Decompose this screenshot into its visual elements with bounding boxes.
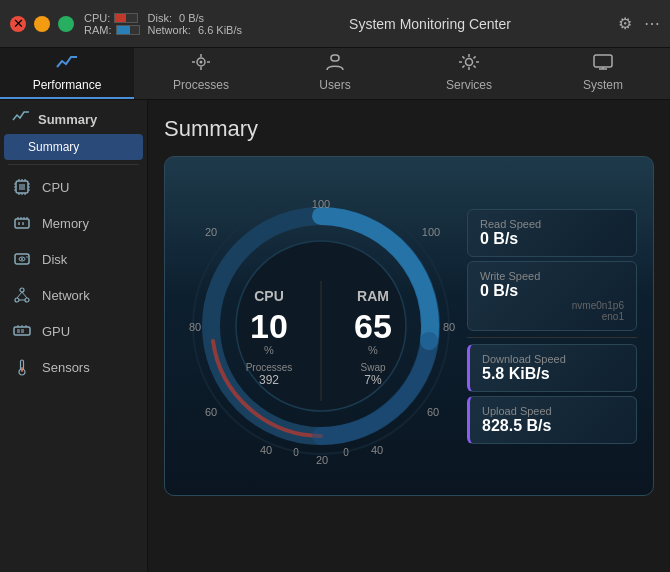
sidebar-gpu-label: GPU: [42, 324, 70, 339]
sidebar-sensors-label: Sensors: [42, 360, 90, 375]
device-name: nvme0n1p6: [480, 300, 624, 311]
svg-point-34: [21, 258, 23, 260]
memory-nav-icon: [12, 213, 32, 233]
network-label: Network:: [148, 24, 191, 36]
svg-rect-6: [331, 55, 339, 61]
ram-bar: [116, 25, 140, 35]
titlebar-actions: ⚙ ⋯: [618, 14, 660, 33]
sidebar: Summary Summary CPU Memory Disk: [0, 100, 148, 572]
upload-speed-value: 828.5 B/s: [482, 417, 624, 435]
cpu-ram-info: CPU: RAM:: [84, 12, 140, 36]
sidebar-summary-label: Summary: [28, 140, 79, 154]
svg-text:392: 392: [259, 373, 279, 387]
tab-performance[interactable]: Performance: [0, 48, 134, 99]
sidebar-item-network[interactable]: Network: [0, 277, 147, 313]
upload-speed-card: Upload Speed 828.5 B/s: [467, 396, 637, 444]
cpu-label: CPU:: [84, 12, 110, 24]
svg-text:65: 65: [354, 307, 392, 345]
nav-tabs: Performance Processes Users Services Sys…: [0, 48, 670, 100]
sidebar-item-cpu[interactable]: CPU: [0, 169, 147, 205]
sidebar-cpu-label: CPU: [42, 180, 69, 195]
tab-system-label: System: [583, 78, 623, 92]
tab-services[interactable]: Services: [402, 48, 536, 99]
sidebar-item-memory[interactable]: Memory: [0, 205, 147, 241]
svg-point-1: [200, 61, 203, 64]
svg-text:100: 100: [422, 226, 440, 238]
read-speed-value: 0 B/s: [480, 230, 624, 248]
read-speed-card: Read Speed 0 B/s: [467, 209, 637, 257]
sidebar-item-gpu[interactable]: GPU: [0, 313, 147, 349]
read-speed-label: Read Speed: [480, 218, 624, 230]
svg-text:Processes: Processes: [246, 362, 293, 373]
content-area: Summary: [148, 100, 670, 572]
settings-icon[interactable]: ⚙: [618, 14, 632, 33]
svg-text:100: 100: [312, 198, 330, 210]
svg-point-35: [26, 256, 28, 258]
svg-text:%: %: [368, 344, 378, 356]
download-speed-label: Download Speed: [482, 353, 624, 365]
sidebar-memory-label: Memory: [42, 216, 89, 231]
gauge-container: 100 100 80 60 40 20 40 60 80 20 CPU 10 %…: [164, 156, 654, 496]
users-icon: [325, 53, 345, 76]
svg-text:80: 80: [443, 321, 455, 333]
minimize-button[interactable]: [34, 16, 50, 32]
svg-rect-8: [594, 55, 612, 67]
tab-performance-label: Performance: [33, 78, 102, 92]
gpu-nav-icon: [12, 321, 32, 341]
svg-rect-31: [22, 222, 24, 225]
maximize-button[interactable]: [58, 16, 74, 32]
tab-services-label: Services: [446, 78, 492, 92]
titlebar: ✕ CPU: RAM: Disk: 0 B/s Network: 6.6 KiB…: [0, 0, 670, 48]
tab-processes-label: Processes: [173, 78, 229, 92]
svg-text:40: 40: [371, 444, 383, 456]
stats-divider: [467, 337, 637, 338]
ram-label: RAM:: [84, 24, 112, 36]
sensors-nav-icon: [12, 357, 32, 377]
svg-text:20: 20: [316, 454, 328, 466]
app-title: System Monitoring Center: [242, 16, 618, 32]
svg-text:%: %: [264, 344, 274, 356]
svg-point-37: [15, 298, 19, 302]
disk-net-info: Disk: 0 B/s Network: 6.6 KiB/s: [148, 12, 243, 36]
download-speed-card: Download Speed 5.8 KiB/s: [467, 344, 637, 392]
sidebar-item-sensors[interactable]: Sensors: [0, 349, 147, 385]
svg-text:0: 0: [343, 447, 349, 458]
svg-text:0: 0: [293, 447, 299, 458]
window-controls: ✕: [10, 16, 74, 32]
svg-text:20: 20: [205, 226, 217, 238]
gauge-svg: 100 100 80 60 40 20 40 60 80 20 CPU 10 %…: [181, 186, 461, 466]
processes-icon: [191, 53, 211, 76]
disk-value: 0 B/s: [179, 12, 204, 24]
tab-processes[interactable]: Processes: [134, 48, 268, 99]
more-icon[interactable]: ⋯: [644, 14, 660, 33]
services-icon: [458, 53, 480, 76]
svg-text:Swap: Swap: [360, 362, 385, 373]
tab-users[interactable]: Users: [268, 48, 402, 99]
svg-text:10: 10: [250, 307, 288, 345]
sidebar-item-disk[interactable]: Disk: [0, 241, 147, 277]
svg-rect-43: [17, 329, 20, 333]
svg-text:40: 40: [260, 444, 272, 456]
stats-panel: Read Speed 0 B/s Write Speed 0 B/s nvme0…: [467, 209, 637, 444]
sidebar-section-label: Summary: [38, 112, 97, 127]
performance-icon: [56, 53, 78, 76]
svg-text:RAM: RAM: [357, 288, 389, 304]
sidebar-divider-1: [8, 164, 139, 165]
main-layout: Summary Summary CPU Memory Disk: [0, 100, 670, 572]
close-button[interactable]: ✕: [10, 16, 26, 32]
device-sub: eno1: [480, 311, 624, 322]
svg-rect-50: [21, 367, 23, 372]
write-speed-value: 0 B/s: [480, 282, 624, 300]
sidebar-item-summary[interactable]: Summary: [4, 134, 143, 160]
sidebar-network-label: Network: [42, 288, 90, 303]
svg-rect-12: [19, 184, 25, 190]
disk-nav-icon: [12, 249, 32, 269]
page-title: Summary: [164, 116, 654, 142]
tab-system[interactable]: System: [536, 48, 670, 99]
svg-text:80: 80: [189, 321, 201, 333]
cpu-bar: [114, 13, 138, 23]
gauge-wrapper: 100 100 80 60 40 20 40 60 80 20 CPU 10 %…: [181, 186, 461, 466]
download-speed-value: 5.8 KiB/s: [482, 365, 624, 383]
svg-text:CPU: CPU: [254, 288, 284, 304]
system-icon: [592, 53, 614, 76]
